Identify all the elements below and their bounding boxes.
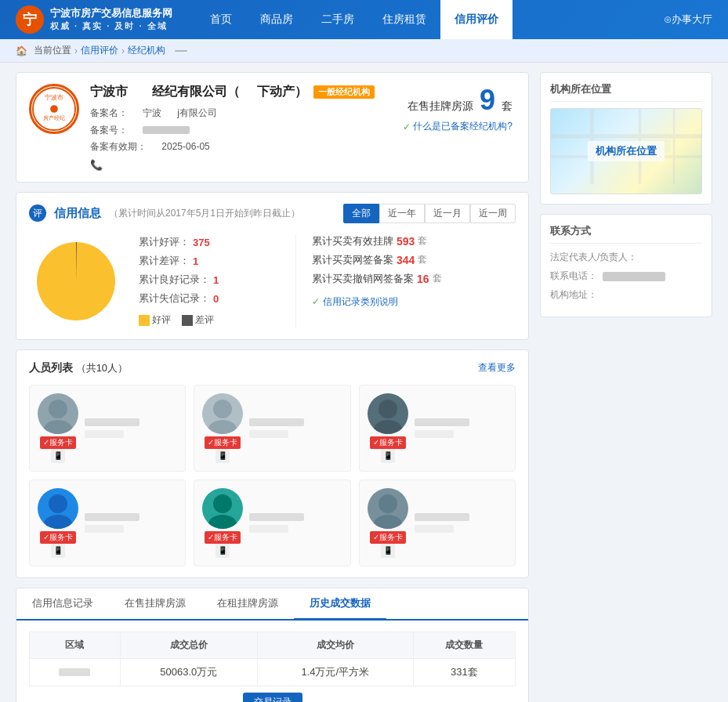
credit-right: 累计买卖有效挂牌 593 套 累计买卖网签备案 344 套 累计买卖撤销网签备案 (295, 234, 516, 328)
contact-address: 机构地址： (550, 288, 702, 302)
staff-card-3: ✓服务卡 📱 (29, 479, 186, 566)
main-content: 宁波市 房产经纪 宁波市 经纪有限公司（ 下动产） 一般经纪机构 备案名： 宁波… (0, 63, 728, 702)
home-icon: 🏠 (16, 45, 27, 56)
staff-badge-2: ✓服务卡 (370, 436, 406, 449)
listing-text: 在售挂牌房源 (407, 100, 473, 112)
svg-point-12 (44, 515, 72, 529)
listing-count-area: 在售挂牌房源 9 套 ✓ 什么是已备案经纪机构? (403, 84, 512, 133)
staff-phone-3[interactable]: 📱 (51, 544, 65, 558)
contact-rep-label: 法定代表人/负责人： (550, 251, 637, 262)
phone-icon: 📞 (90, 159, 103, 171)
breadcrumb-credit[interactable]: 信用评价 (81, 44, 118, 57)
nav-credit[interactable]: 信用评价 (440, 0, 512, 39)
col-count: 成交数量 (413, 631, 515, 658)
credit-header: 评 信用信息 （累计时间从2017年5月1日开始到昨日截止） 全部 近一年 近一… (29, 204, 516, 223)
col-area: 区域 (30, 631, 121, 658)
ts-row-1: 累计买卖网签备案 344 套 (312, 253, 516, 267)
period-buttons: 全部 近一年 近一月 近一周 (343, 204, 516, 223)
nav-second[interactable]: 二手房 (307, 0, 368, 39)
period-all[interactable]: 全部 (343, 204, 379, 223)
credit-title: 信用信息 (54, 206, 101, 221)
staff-badge-3: ✓服务卡 (40, 531, 76, 544)
tab-history-data[interactable]: 历史成交数据 (294, 588, 386, 621)
cell-avg: 1.4万元/平方米 (257, 658, 413, 686)
ts-unit-0: 套 (418, 234, 427, 248)
period-year[interactable]: 近一年 (379, 204, 425, 223)
company-phone[interactable]: 📞 (90, 159, 516, 171)
period-month[interactable]: 近一月 (425, 204, 470, 223)
breadcrumb-current: 当前位置 (34, 44, 71, 57)
good-legend-dot (139, 315, 150, 326)
contact-phone-value (603, 272, 665, 281)
contact-title: 联系方式 (550, 224, 702, 244)
map-label: 机构所在位置 (588, 141, 665, 161)
credit-info-link[interactable]: ✓ 信用记录类别说明 (312, 295, 516, 309)
record-name-label: 备案名： (90, 107, 128, 118)
credit-info-text: 信用记录类别说明 (323, 295, 398, 309)
logo-icon: 宁 (16, 5, 44, 34)
period-week[interactable]: 近一周 (470, 204, 516, 223)
svg-point-14 (208, 515, 237, 529)
map-title: 机构所在位置 (550, 82, 702, 102)
credit-pie-chart (29, 234, 123, 328)
record-expire-label: 备案有效期： (90, 141, 147, 152)
bad-count-value: 1 (193, 255, 198, 267)
tab-rent-listing[interactable]: 在租挂牌房源 (201, 588, 294, 621)
breadcrumb-agency[interactable]: 经纪机构 (128, 44, 165, 57)
nav-home[interactable]: 首页 (196, 0, 246, 39)
staff-title: 人员列表 (29, 361, 73, 374)
nav-rental[interactable]: 住房租赁 (368, 0, 440, 39)
contact-address-label: 机构地址： (550, 289, 597, 300)
tab-credit-record[interactable]: 信用信息记录 (16, 588, 109, 621)
side-panel: 机构所在位置 机构所在位置 (540, 72, 712, 702)
ts-row-0: 累计买卖有效挂牌 593 套 (312, 234, 516, 248)
tabs-bar: 信用信息记录 在售挂牌房源 在租挂牌房源 历史成交数据 (16, 588, 528, 621)
ts-label-1: 累计买卖网签备案 (312, 253, 393, 267)
svg-point-6 (44, 420, 72, 434)
staff-card-1: ✓服务卡 📱 (194, 385, 350, 472)
staff-phone-4[interactable]: 📱 (216, 544, 230, 558)
staff-phone-5[interactable]: 📱 (381, 544, 395, 558)
staff-card-4: ✓服务卡 📱 (194, 479, 350, 566)
credit-icon: 评 (29, 204, 46, 222)
credit-stats: 累计好评： 375 累计差评： 1 累计良好记录： 1 (139, 235, 219, 327)
staff-section: 人员列表 （共10人） 查看更多 ✓服务卡 📱 (16, 349, 529, 578)
staff-more-link[interactable]: 查看更多 (478, 361, 516, 375)
verified-text: 什么是已备案经纪机构? (413, 120, 512, 133)
contact-phone-label: 联系电话： (550, 270, 597, 281)
bad-legend-label: 差评 (195, 314, 214, 325)
tab-sale-listing[interactable]: 在售挂牌房源 (109, 588, 201, 621)
staff-info-4 (249, 513, 304, 533)
staff-phone-0[interactable]: 📱 (51, 449, 65, 463)
svg-point-9 (378, 400, 397, 418)
col-avg: 成交均价 (257, 631, 413, 658)
bad-record-label: 累计失信记录： (139, 291, 210, 306)
office-hall-link[interactable]: ⊙办事大厅 (664, 13, 712, 27)
staff-header: 人员列表 （共10人） 查看更多 (29, 361, 516, 375)
staff-avatar-5 (368, 488, 408, 529)
verified-link[interactable]: ✓ 什么是已备案经纪机构? (403, 120, 512, 133)
staff-phone-1[interactable]: 📱 (216, 449, 230, 463)
bad-record-value: 0 (213, 293, 219, 305)
ts-label-2: 累计买卖撤销网签备案 (312, 272, 414, 286)
staff-badge-4: ✓服务卡 (205, 531, 241, 544)
ts-unit-1: 套 (418, 253, 427, 266)
site-name: 宁波市房产交易信息服务网 (50, 7, 172, 20)
header: 宁 宁波市房产交易信息服务网 权威 · 真实 · 及时 · 全域 首页 商品房 … (0, 0, 728, 39)
contact-card: 联系方式 法定代表人/负责人： 联系电话： 机构地址： (540, 214, 712, 317)
company-tag: 一般经纪机构 (313, 85, 375, 99)
good-record-label: 累计良好记录： (139, 273, 210, 287)
staff-avatar-1 (202, 393, 243, 434)
record-name: 宁波 j有限公司 (143, 107, 217, 118)
good-count-label: 累计好评： (139, 235, 190, 249)
view-record-button[interactable]: 交易记录 (243, 693, 302, 702)
contact-phone: 联系电话： (550, 269, 702, 284)
nav-new[interactable]: 商品房 (246, 0, 307, 39)
staff-avatar-2 (368, 393, 408, 434)
contact-rep: 法定代表人/负责人： (550, 250, 702, 265)
staff-avatar-4 (202, 488, 243, 529)
ts-value-2: 16 (417, 273, 429, 285)
ts-unit-2: 套 (433, 272, 442, 285)
svg-point-11 (49, 494, 67, 513)
staff-phone-2[interactable]: 📱 (381, 449, 395, 463)
